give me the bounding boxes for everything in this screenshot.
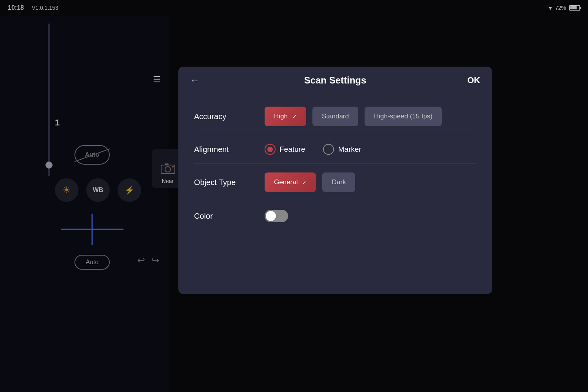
alignment-feature-label: Feature: [279, 145, 305, 154]
dialog-content: Accuracy High ✓ Standard High-speed (15 …: [178, 94, 492, 243]
dialog-title: Scan Settings: [206, 75, 465, 86]
accuracy-label: Accuracy: [194, 112, 265, 121]
alignment-feature-radio[interactable]: [265, 144, 276, 155]
object-type-general-check: ✓: [302, 180, 307, 185]
accuracy-options: High ✓ Standard High-speed (15 fps): [265, 107, 442, 126]
dialog-header: ← Scan Settings OK: [178, 67, 492, 94]
object-type-options: General ✓ Dark: [265, 172, 355, 192]
color-toggle[interactable]: [265, 210, 288, 222]
object-type-dark-label: Dark: [332, 178, 346, 186]
color-toggle-knob: [266, 211, 276, 221]
object-type-general-button[interactable]: General ✓: [265, 172, 316, 192]
color-toggle-container: [265, 210, 288, 222]
object-type-row: Object Type General ✓ Dark: [194, 164, 476, 201]
accuracy-high-label: High: [274, 113, 288, 120]
back-button[interactable]: ←: [190, 75, 206, 86]
object-type-label: Object Type: [194, 178, 265, 187]
alignment-marker-option[interactable]: Marker: [323, 144, 361, 155]
alignment-marker-radio[interactable]: [323, 144, 334, 155]
scan-settings-dialog: ← Scan Settings OK Accuracy High ✓ Stand…: [178, 67, 492, 294]
alignment-feature-option[interactable]: Feature: [265, 144, 305, 155]
accuracy-standard-button[interactable]: Standard: [312, 107, 358, 126]
ok-button[interactable]: OK: [465, 75, 480, 85]
accuracy-highspeed-label: High-speed (15 fps): [374, 113, 432, 120]
alignment-row: Alignment Feature Marker: [194, 135, 476, 164]
accuracy-row: Accuracy High ✓ Standard High-speed (15 …: [194, 98, 476, 135]
object-type-general-label: General: [274, 178, 298, 186]
alignment-marker-label: Marker: [338, 145, 361, 154]
alignment-feature-radio-inner: [267, 147, 273, 152]
alignment-options: Feature Marker: [265, 144, 361, 155]
accuracy-high-button[interactable]: High ✓: [265, 107, 306, 126]
accuracy-high-check: ✓: [292, 114, 297, 120]
object-type-dark-button[interactable]: Dark: [322, 172, 355, 192]
accuracy-highspeed-button[interactable]: High-speed (15 fps): [365, 107, 442, 126]
back-arrow-icon: ←: [190, 75, 200, 85]
accuracy-standard-label: Standard: [322, 113, 349, 120]
alignment-label: Alignment: [194, 145, 265, 154]
color-label: Color: [194, 212, 265, 221]
color-row: Color: [194, 201, 476, 231]
